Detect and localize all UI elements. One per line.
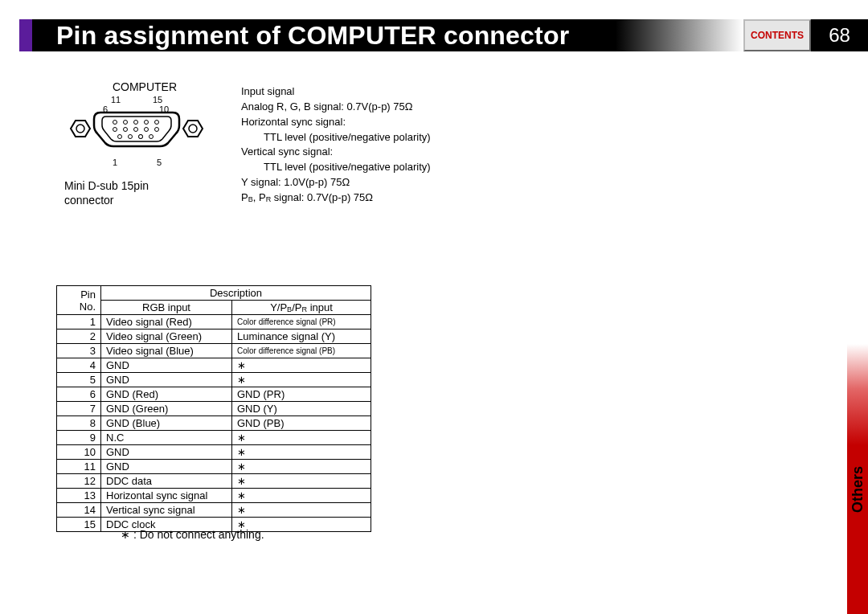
table-footnote: ∗ : Do not connect anything. — [121, 528, 264, 541]
cell-rgb: GND (Red) — [101, 387, 232, 402]
col-pin-no: Pin No. — [57, 286, 101, 315]
svg-point-14 — [118, 135, 122, 139]
cell-ypbpr: ∗ — [232, 445, 371, 460]
cell-pin-no: 10 — [57, 445, 101, 460]
cell-pin-no: 8 — [57, 416, 101, 431]
table-row: 12DDC data∗ — [57, 474, 371, 489]
cell-pin-no: 1 — [57, 315, 101, 330]
cell-rgb: GND — [101, 445, 232, 460]
table-row: 3Video signal (Blue)Color difference sig… — [57, 344, 371, 358]
cell-pin-no: 12 — [57, 474, 101, 489]
cell-pin-no: 13 — [57, 489, 101, 503]
title-bar: Pin assignment of COMPUTER connector — [32, 19, 743, 51]
svg-point-17 — [149, 135, 154, 139]
cell-pin-no: 14 — [57, 503, 101, 518]
cell-ypbpr: ∗ — [232, 503, 371, 518]
cell-ypbpr: ∗ — [232, 460, 371, 474]
table-row: 1Video signal (Red)Color difference sign… — [57, 315, 371, 330]
pin-assignment-table: Pin No. Description RGB input Y/PB/PR in… — [56, 285, 371, 532]
table-row: 4GND∗ — [57, 358, 371, 373]
header-accent — [19, 19, 32, 51]
connector-area: COMPUTER 11 15 6 10 1 5 Mini D-sub 15pin… — [64, 80, 225, 207]
side-tab-bg — [847, 51, 868, 614]
pin-num-tr: 15 — [153, 95, 162, 104]
cell-rgb: Vertical sync signal — [101, 503, 232, 518]
cell-rgb: GND — [101, 460, 232, 474]
table-row: 14Vertical sync signal∗ — [57, 503, 371, 518]
svg-point-18 — [139, 135, 143, 139]
svg-point-13 — [155, 128, 159, 132]
cell-pin-no: 11 — [57, 460, 101, 474]
svg-point-12 — [145, 128, 149, 132]
connector-top-label: COMPUTER — [64, 80, 225, 93]
cell-ypbpr: Color difference signal (PB) — [232, 344, 371, 358]
table-row: 8GND (Blue)GND (PB) — [57, 416, 371, 431]
page-title: Pin assignment of COMPUTER connector — [56, 21, 569, 51]
svg-point-3 — [189, 125, 197, 133]
cell-ypbpr: GND (PB) — [232, 416, 371, 431]
svg-point-5 — [124, 121, 128, 125]
cell-rgb: GND (Blue) — [101, 416, 232, 431]
svg-point-11 — [134, 128, 138, 132]
cell-ypbpr: ∗ — [232, 358, 371, 373]
cell-ypbpr: GND (PR) — [232, 387, 371, 402]
pin-num-tl: 11 — [111, 95, 121, 104]
cell-ypbpr: ∗ — [232, 373, 371, 387]
cell-pin-no: 5 — [57, 373, 101, 387]
cell-pin-no: 6 — [57, 387, 101, 402]
cell-rgb: GND — [101, 373, 232, 387]
cell-pin-no: 7 — [57, 402, 101, 416]
table-row: 13Horizontal sync signal∗ — [57, 489, 371, 503]
table-row: 10GND∗ — [57, 445, 371, 460]
spec-line: Horizontal sync signal: — [241, 115, 482, 130]
col-ypbpr: Y/PB/PR input — [232, 301, 371, 315]
col-rgb: RGB input — [101, 301, 232, 315]
cell-pin-no: 15 — [57, 518, 101, 532]
signal-specs: Input signal Analog R, G, B signal: 0.7V… — [241, 84, 482, 206]
svg-point-7 — [145, 121, 149, 125]
svg-point-8 — [155, 121, 159, 125]
svg-point-4 — [113, 121, 117, 125]
col-description: Description — [101, 286, 371, 301]
spec-line-sub: TTL level (positive/negative polarity) — [241, 160, 482, 175]
table-row: 9N.C∗ — [57, 431, 371, 445]
cell-rgb: GND (Green) — [101, 402, 232, 416]
cell-ypbpr: Color difference signal (PR) — [232, 315, 371, 330]
svg-point-15 — [129, 135, 133, 139]
cell-rgb: Video signal (Blue) — [101, 344, 232, 358]
spec-line-sub: TTL level (positive/negative polarity) — [241, 130, 482, 145]
cell-rgb: Video signal (Green) — [101, 330, 232, 344]
svg-point-10 — [124, 128, 128, 132]
pin-num-br: 5 — [157, 158, 162, 167]
svg-point-6 — [134, 121, 138, 125]
table-row: 11GND∗ — [57, 460, 371, 474]
cell-pin-no: 2 — [57, 330, 101, 344]
connector-caption: Mini D-sub 15pin connector — [64, 178, 225, 207]
pin-num-bl: 1 — [113, 158, 117, 167]
spec-line: Vertical sync signal: — [241, 145, 482, 160]
cell-ypbpr: GND (Y) — [232, 402, 371, 416]
page-number: 68 — [811, 19, 868, 51]
cell-ypbpr: Luminance signal (Y) — [232, 330, 371, 344]
spec-line: Input signal — [241, 84, 482, 100]
connector-icon — [56, 106, 217, 170]
table-row: 5GND∗ — [57, 373, 371, 387]
cell-rgb: DDC data — [101, 474, 232, 489]
spec-line: Analog R, G, B signal: 0.7V(p-p) 75Ω — [241, 100, 482, 115]
contents-button[interactable]: CONTENTS — [743, 19, 811, 51]
cell-rgb: Horizontal sync signal — [101, 489, 232, 503]
svg-point-9 — [113, 128, 117, 132]
table-row: 7GND (Green)GND (Y) — [57, 402, 371, 416]
cell-rgb: Video signal (Red) — [101, 315, 232, 330]
cell-pin-no: 9 — [57, 431, 101, 445]
cell-ypbpr: ∗ — [232, 489, 371, 503]
spec-line: Y signal: 1.0V(p-p) 75Ω — [241, 175, 482, 190]
cell-rgb: GND — [101, 358, 232, 373]
side-tab-label: Others — [850, 466, 866, 513]
cell-pin-no: 3 — [57, 344, 101, 358]
cell-pin-no: 4 — [57, 358, 101, 373]
table-row: 6GND (Red)GND (PR) — [57, 387, 371, 402]
spec-line: PB, PR signal: 0.7V(p-p) 75Ω — [241, 190, 482, 206]
cell-ypbpr: ∗ — [232, 431, 371, 445]
svg-point-1 — [76, 125, 84, 133]
